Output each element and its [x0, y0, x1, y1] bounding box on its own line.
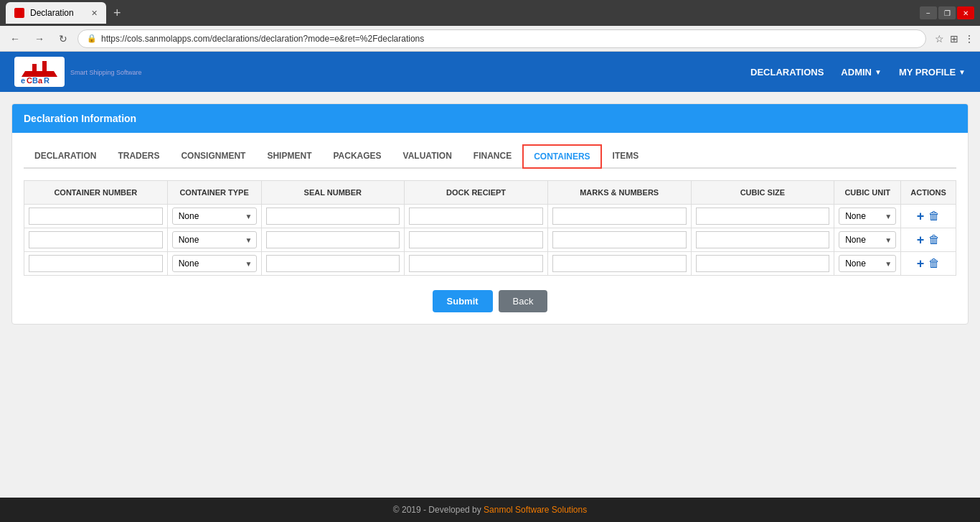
tab-containers[interactable]: CONTAINERS	[522, 144, 601, 169]
container-type-select[interactable]: None	[172, 208, 257, 225]
new-tab-button[interactable]: +	[113, 6, 121, 21]
marks-numbers-input[interactable]	[552, 208, 687, 225]
tabs-bar: DECLARATION TRADERS CONSIGNMENT SHIPMENT…	[24, 144, 956, 169]
cubic-unit-select[interactable]: None	[839, 208, 896, 225]
table-row: None▼None▼+🗑	[24, 252, 956, 276]
minimize-button[interactable]: −	[920, 6, 937, 19]
address-bar[interactable]: 🔒 https://cols.sanmolapps.com/declaratio…	[77, 29, 926, 48]
row-actions: +🗑	[905, 256, 951, 271]
table-row: None▼None▼+🗑	[24, 228, 956, 252]
container-number-input[interactable]	[29, 208, 163, 225]
container-type-select[interactable]: None	[172, 231, 257, 248]
tab-traders[interactable]: TRADERS	[107, 144, 170, 169]
col-dock-reciept: DOCK RECIEPT	[405, 181, 548, 205]
maximize-button[interactable]: ❐	[938, 6, 956, 19]
delete-row-button[interactable]: 🗑	[928, 257, 940, 270]
svg-text:e: e	[21, 76, 25, 84]
col-container-type: CONTAINER TYPE	[167, 181, 261, 205]
form-actions: Submit Back	[24, 290, 956, 312]
card-header: Declaration Information	[12, 104, 968, 133]
nav-links: DECLARATIONS ADMIN ▼ MY PROFILE ▼	[750, 67, 966, 78]
add-row-button[interactable]: +	[917, 209, 925, 224]
browser-tab[interactable]: Declaration ✕	[6, 2, 106, 24]
marks-numbers-input[interactable]	[552, 231, 687, 248]
address-bar-actions: ☆ ⊞ ⋮	[935, 33, 974, 45]
tab-title: Declaration	[30, 8, 74, 18]
logo-svg: e C B a R	[18, 57, 61, 84]
browser-chrome: Declaration ✕ + − ❐ ✕	[0, 0, 980, 26]
col-seal-number: SEAL NUMBER	[261, 181, 405, 205]
top-navbar: e C B a R Smart Shipping Software DECLAR…	[0, 52, 980, 92]
nav-declarations[interactable]: DECLARATIONS	[750, 67, 824, 78]
dock-reciept-input[interactable]	[409, 255, 543, 272]
tab-close-button[interactable]: ✕	[91, 9, 98, 18]
dock-reciept-input[interactable]	[409, 208, 543, 225]
card-title: Declaration Information	[24, 113, 136, 124]
table-row: None▼None▼+🗑	[24, 205, 956, 228]
row-actions: +🗑	[905, 233, 951, 248]
tab-declaration[interactable]: DECLARATION	[24, 144, 107, 169]
back-nav-button[interactable]: ←	[6, 32, 24, 46]
cubic-unit-select[interactable]: None	[839, 231, 896, 248]
close-button[interactable]: ✕	[957, 6, 974, 19]
cubic-size-input[interactable]	[696, 208, 830, 225]
card-body: DECLARATION TRADERS CONSIGNMENT SHIPMENT…	[12, 133, 968, 324]
tab-shipment[interactable]: SHIPMENT	[256, 144, 322, 169]
container-number-input[interactable]	[29, 231, 163, 248]
seal-number-input[interactable]	[266, 231, 400, 248]
container-number-input[interactable]	[29, 255, 163, 272]
svg-rect-2	[42, 61, 47, 71]
forward-nav-button[interactable]: →	[30, 32, 49, 46]
row-actions: +🗑	[905, 209, 951, 224]
svg-text:B: B	[32, 76, 38, 84]
tab-packages[interactable]: PACKAGES	[322, 144, 392, 169]
svg-text:R: R	[44, 76, 50, 84]
cubic-size-input[interactable]	[696, 231, 830, 248]
col-actions: ACTIONS	[901, 181, 956, 205]
col-container-number: CONTAINER NUMBER	[24, 181, 168, 205]
col-cubic-unit: CUBIC UNIT	[834, 181, 901, 205]
url-text: https://cols.sanmolapps.com/declarations…	[101, 34, 424, 44]
address-bar-row: ← → ↻ 🔒 https://cols.sanmolapps.com/decl…	[0, 26, 980, 52]
extensions-icon[interactable]: ⊞	[950, 33, 958, 45]
back-button[interactable]: Back	[499, 290, 548, 312]
tab-consignment[interactable]: CONSIGNMENT	[170, 144, 256, 169]
col-cubic-size: CUBIC SIZE	[691, 181, 834, 205]
profile-caret: ▼	[958, 68, 966, 76]
tab-valuation[interactable]: VALUATION	[392, 144, 463, 169]
logo-box: e C B a R	[14, 57, 65, 87]
dock-reciept-input[interactable]	[409, 231, 543, 248]
col-marks-numbers: MARKS & NUMBERS	[547, 181, 691, 205]
cubic-unit-select[interactable]: None	[839, 255, 896, 272]
tab-favicon	[14, 8, 24, 18]
container-type-select[interactable]: None	[172, 255, 257, 272]
tab-finance[interactable]: FINANCE	[463, 144, 522, 169]
containers-table: CONTAINER NUMBER CONTAINER TYPE SEAL NUM…	[24, 180, 956, 276]
declaration-card: Declaration Information DECLARATION TRAD…	[11, 103, 969, 325]
add-row-button[interactable]: +	[917, 233, 925, 248]
bookmark-icon[interactable]: ☆	[935, 33, 944, 45]
submit-button[interactable]: Submit	[433, 290, 493, 312]
lock-icon: 🔒	[87, 34, 97, 43]
delete-row-button[interactable]: 🗑	[928, 233, 940, 246]
cubic-size-input[interactable]	[696, 255, 830, 272]
add-row-button[interactable]: +	[917, 256, 925, 271]
logo-subtitle: Smart Shipping Software	[70, 69, 142, 76]
reload-button[interactable]: ↻	[55, 32, 72, 46]
marks-numbers-input[interactable]	[552, 255, 687, 272]
seal-number-input[interactable]	[266, 208, 400, 225]
menu-icon[interactable]: ⋮	[964, 33, 974, 45]
svg-text:a: a	[38, 76, 43, 84]
logo-area: e C B a R Smart Shipping Software	[14, 57, 142, 87]
svg-text:C: C	[27, 76, 32, 84]
nav-myprofile[interactable]: MY PROFILE ▼	[899, 67, 966, 78]
svg-rect-1	[32, 64, 37, 71]
main-content: Declaration Information DECLARATION TRAD…	[0, 92, 980, 493]
delete-row-button[interactable]: 🗑	[928, 210, 940, 223]
admin-caret: ▼	[875, 68, 882, 76]
nav-admin[interactable]: ADMIN ▼	[841, 67, 882, 78]
window-controls: − ❐ ✕	[920, 6, 974, 19]
tab-items[interactable]: ITEMS	[602, 144, 650, 169]
seal-number-input[interactable]	[266, 255, 400, 272]
